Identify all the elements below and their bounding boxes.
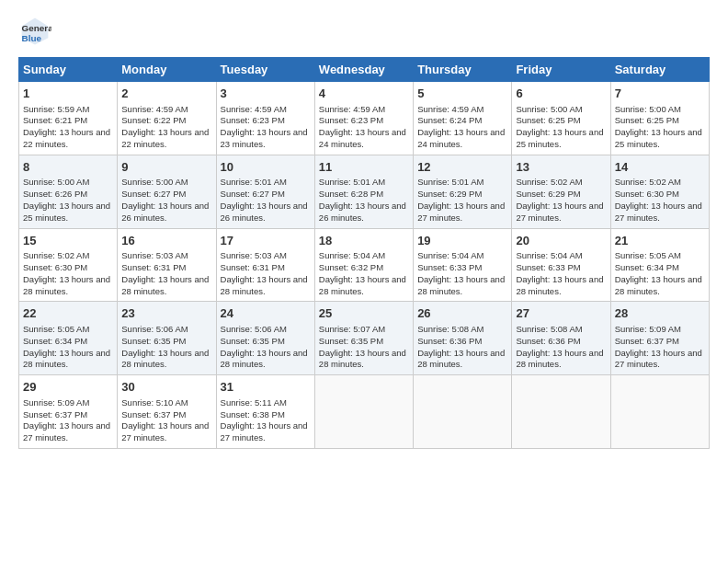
daylight-label: Daylight: 13 hours and 27 minutes. bbox=[615, 348, 702, 370]
day-cell-1: 1Sunrise: 5:59 AMSunset: 6:21 PMDaylight… bbox=[19, 82, 118, 155]
daylight-label: Daylight: 13 hours and 23 minutes. bbox=[221, 127, 308, 149]
daylight-label: Daylight: 13 hours and 28 minutes. bbox=[221, 274, 308, 296]
sunset-label: Sunset: 6:37 PM bbox=[121, 409, 186, 419]
day-cell-24: 24Sunrise: 5:06 AMSunset: 6:35 PMDayligh… bbox=[216, 302, 314, 375]
daylight-label: Daylight: 13 hours and 25 minutes. bbox=[23, 201, 110, 223]
col-friday: Friday bbox=[512, 58, 610, 82]
day-number: 19 bbox=[417, 233, 507, 249]
day-cell-22: 22Sunrise: 5:05 AMSunset: 6:34 PMDayligh… bbox=[19, 302, 118, 375]
sunrise-label: Sunrise: 5:00 AM bbox=[121, 177, 188, 187]
daylight-label: Daylight: 13 hours and 25 minutes. bbox=[516, 127, 603, 149]
sunrise-label: Sunrise: 5:10 AM bbox=[121, 397, 188, 408]
daylight-label: Daylight: 13 hours and 26 minutes. bbox=[221, 201, 308, 223]
day-number: 8 bbox=[23, 159, 113, 176]
sunrise-label: Sunrise: 5:04 AM bbox=[516, 250, 582, 260]
sunrise-label: Sunrise: 5:00 AM bbox=[23, 177, 89, 187]
sunset-label: Sunset: 6:29 PM bbox=[417, 189, 482, 199]
col-tuesday: Tuesday bbox=[216, 58, 314, 82]
day-number: 29 bbox=[23, 379, 113, 396]
day-number: 23 bbox=[121, 305, 211, 322]
calendar-week-5: 29Sunrise: 5:09 AMSunset: 6:37 PMDayligh… bbox=[19, 375, 710, 449]
sunrise-label: Sunrise: 5:04 AM bbox=[417, 250, 483, 260]
day-number: 7 bbox=[615, 86, 705, 102]
calendar-body: 1Sunrise: 5:59 AMSunset: 6:21 PMDaylight… bbox=[19, 82, 710, 449]
sunset-label: Sunset: 6:30 PM bbox=[23, 262, 87, 272]
day-number: 1 bbox=[23, 86, 113, 102]
day-number: 24 bbox=[221, 305, 311, 322]
daylight-label: Daylight: 13 hours and 27 minutes. bbox=[23, 420, 110, 442]
sunset-label: Sunset: 6:26 PM bbox=[23, 189, 87, 199]
calendar-week-1: 1Sunrise: 5:59 AMSunset: 6:21 PMDaylight… bbox=[19, 82, 710, 155]
day-cell-26: 26Sunrise: 5:08 AMSunset: 6:36 PMDayligh… bbox=[414, 302, 512, 375]
sunset-label: Sunset: 6:31 PM bbox=[221, 262, 285, 272]
logo: General Blue bbox=[18, 15, 55, 48]
page: General Blue Sunday Monday Tuesday Wedne… bbox=[0, 0, 728, 458]
sunset-label: Sunset: 6:35 PM bbox=[221, 336, 285, 346]
daylight-label: Daylight: 13 hours and 26 minutes. bbox=[121, 201, 209, 223]
daylight-label: Daylight: 13 hours and 28 minutes. bbox=[417, 348, 505, 370]
day-cell-3: 3Sunrise: 4:59 AMSunset: 6:23 PMDaylight… bbox=[216, 82, 314, 155]
daylight-label: Daylight: 13 hours and 27 minutes. bbox=[417, 201, 505, 223]
daylight-label: Daylight: 13 hours and 28 minutes. bbox=[615, 274, 702, 296]
sunrise-label: Sunrise: 5:06 AM bbox=[221, 324, 287, 334]
day-cell-17: 17Sunrise: 5:03 AMSunset: 6:31 PMDayligh… bbox=[216, 228, 314, 302]
sunset-label: Sunset: 6:33 PM bbox=[516, 262, 580, 272]
day-number: 16 bbox=[121, 233, 211, 249]
day-cell-25: 25Sunrise: 5:07 AMSunset: 6:35 PMDayligh… bbox=[314, 302, 413, 375]
day-number: 21 bbox=[615, 233, 705, 249]
daylight-label: Daylight: 13 hours and 26 minutes. bbox=[319, 201, 406, 223]
sunrise-label: Sunrise: 5:00 AM bbox=[615, 104, 681, 114]
daylight-label: Daylight: 13 hours and 28 minutes. bbox=[319, 274, 406, 296]
sunset-label: Sunset: 6:37 PM bbox=[615, 336, 679, 346]
sunset-label: Sunset: 6:21 PM bbox=[23, 115, 87, 125]
sunset-label: Sunset: 6:25 PM bbox=[615, 115, 679, 125]
day-cell-5: 5Sunrise: 4:59 AMSunset: 6:24 PMDaylight… bbox=[414, 82, 512, 155]
col-saturday: Saturday bbox=[610, 58, 709, 82]
sunrise-label: Sunrise: 5:59 AM bbox=[23, 104, 89, 114]
day-number: 4 bbox=[319, 86, 409, 102]
sunset-label: Sunset: 6:27 PM bbox=[121, 189, 186, 199]
day-number: 13 bbox=[516, 159, 606, 176]
day-cell-11: 11Sunrise: 5:01 AMSunset: 6:28 PMDayligh… bbox=[314, 155, 413, 228]
sunset-label: Sunset: 6:30 PM bbox=[615, 189, 679, 199]
day-number: 27 bbox=[516, 305, 606, 322]
sunset-label: Sunset: 6:28 PM bbox=[319, 189, 383, 199]
sunrise-label: Sunrise: 4:59 AM bbox=[417, 104, 483, 114]
sunrise-label: Sunrise: 5:09 AM bbox=[615, 324, 681, 334]
day-cell-12: 12Sunrise: 5:01 AMSunset: 6:29 PMDayligh… bbox=[414, 155, 512, 228]
day-cell-29: 29Sunrise: 5:09 AMSunset: 6:37 PMDayligh… bbox=[19, 375, 118, 449]
day-number: 26 bbox=[417, 305, 507, 322]
sunrise-label: Sunrise: 5:04 AM bbox=[319, 250, 385, 260]
day-cell-18: 18Sunrise: 5:04 AMSunset: 6:32 PMDayligh… bbox=[314, 228, 413, 302]
day-number: 28 bbox=[615, 305, 705, 322]
sunset-label: Sunset: 6:27 PM bbox=[221, 189, 285, 199]
daylight-label: Daylight: 13 hours and 27 minutes. bbox=[121, 420, 209, 442]
empty-cell bbox=[512, 375, 610, 449]
day-cell-16: 16Sunrise: 5:03 AMSunset: 6:31 PMDayligh… bbox=[118, 228, 216, 302]
day-number: 22 bbox=[23, 305, 113, 322]
col-thursday: Thursday bbox=[414, 58, 512, 82]
day-cell-13: 13Sunrise: 5:02 AMSunset: 6:29 PMDayligh… bbox=[512, 155, 610, 228]
day-number: 2 bbox=[121, 86, 211, 102]
day-cell-21: 21Sunrise: 5:05 AMSunset: 6:34 PMDayligh… bbox=[610, 228, 709, 302]
col-monday: Monday bbox=[118, 58, 216, 82]
day-cell-9: 9Sunrise: 5:00 AMSunset: 6:27 PMDaylight… bbox=[118, 155, 216, 228]
logo-icon: General Blue bbox=[18, 15, 51, 48]
header-area: General Blue bbox=[18, 15, 710, 48]
sunset-label: Sunset: 6:35 PM bbox=[319, 336, 383, 346]
sunset-label: Sunset: 6:32 PM bbox=[319, 262, 383, 272]
day-cell-2: 2Sunrise: 4:59 AMSunset: 6:22 PMDaylight… bbox=[118, 82, 216, 155]
day-cell-28: 28Sunrise: 5:09 AMSunset: 6:37 PMDayligh… bbox=[610, 302, 709, 375]
day-number: 14 bbox=[615, 159, 705, 176]
svg-text:Blue: Blue bbox=[22, 33, 42, 43]
sunrise-label: Sunrise: 4:59 AM bbox=[221, 104, 287, 114]
daylight-label: Daylight: 13 hours and 28 minutes. bbox=[121, 348, 209, 370]
sunrise-label: Sunrise: 5:02 AM bbox=[516, 177, 582, 187]
sunset-label: Sunset: 6:22 PM bbox=[121, 115, 186, 125]
day-number: 12 bbox=[417, 159, 507, 176]
sunset-label: Sunset: 6:24 PM bbox=[417, 115, 482, 125]
daylight-label: Daylight: 13 hours and 27 minutes. bbox=[516, 201, 603, 223]
sunset-label: Sunset: 6:29 PM bbox=[516, 189, 580, 199]
day-number: 10 bbox=[221, 159, 311, 176]
day-cell-8: 8Sunrise: 5:00 AMSunset: 6:26 PMDaylight… bbox=[19, 155, 118, 228]
